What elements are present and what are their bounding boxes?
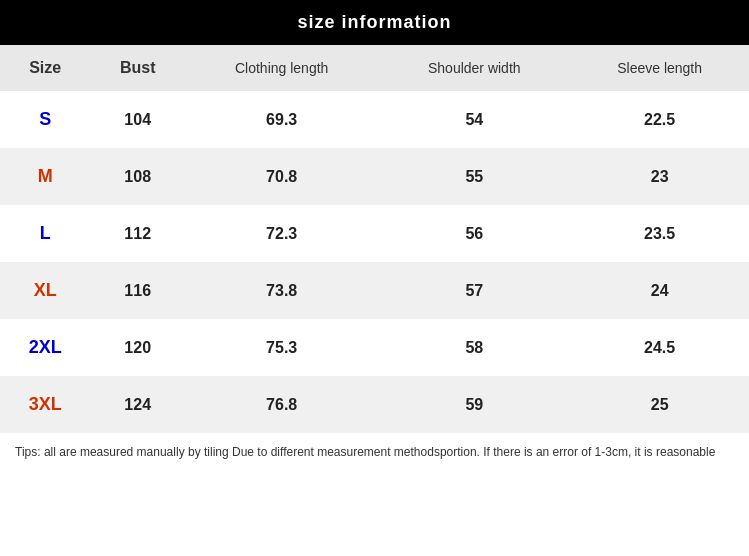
header-clothing-length: Clothing length bbox=[185, 45, 378, 91]
cell-bust: 104 bbox=[90, 91, 185, 148]
size-table: Size Bust Clothing length Shoulder width… bbox=[0, 45, 749, 433]
cell-bust: 116 bbox=[90, 262, 185, 319]
table-row: M10870.85523 bbox=[0, 148, 749, 205]
cell-sleeve-length: 22.5 bbox=[570, 91, 749, 148]
title-text: size information bbox=[297, 12, 451, 32]
cell-sleeve-length: 23 bbox=[570, 148, 749, 205]
cell-size: S bbox=[0, 91, 90, 148]
footer-tips: Tips: all are measured manually by tilin… bbox=[0, 433, 749, 471]
cell-size: M bbox=[0, 148, 90, 205]
table-header-row: Size Bust Clothing length Shoulder width… bbox=[0, 45, 749, 91]
cell-bust: 124 bbox=[90, 376, 185, 433]
cell-clothing-length: 70.8 bbox=[185, 148, 378, 205]
cell-size: 3XL bbox=[0, 376, 90, 433]
cell-shoulder-width: 56 bbox=[378, 205, 570, 262]
header-size: Size bbox=[0, 45, 90, 91]
title-bar: size information bbox=[0, 0, 749, 45]
table-row: 2XL12075.35824.5 bbox=[0, 319, 749, 376]
table-row: 3XL12476.85925 bbox=[0, 376, 749, 433]
table-row: L11272.35623.5 bbox=[0, 205, 749, 262]
size-label: M bbox=[38, 166, 53, 186]
cell-clothing-length: 72.3 bbox=[185, 205, 378, 262]
cell-shoulder-width: 59 bbox=[378, 376, 570, 433]
tips-text: Tips: all are measured manually by tilin… bbox=[15, 445, 715, 459]
header-bust: Bust bbox=[90, 45, 185, 91]
cell-bust: 120 bbox=[90, 319, 185, 376]
size-label: 2XL bbox=[29, 337, 62, 357]
cell-clothing-length: 75.3 bbox=[185, 319, 378, 376]
cell-sleeve-length: 24 bbox=[570, 262, 749, 319]
size-label: L bbox=[40, 223, 51, 243]
size-label: 3XL bbox=[29, 394, 62, 414]
main-container: size information Size Bust Clothing leng… bbox=[0, 0, 749, 471]
table-row: S10469.35422.5 bbox=[0, 91, 749, 148]
cell-shoulder-width: 54 bbox=[378, 91, 570, 148]
cell-bust: 112 bbox=[90, 205, 185, 262]
cell-sleeve-length: 24.5 bbox=[570, 319, 749, 376]
cell-shoulder-width: 55 bbox=[378, 148, 570, 205]
cell-size: L bbox=[0, 205, 90, 262]
cell-size: XL bbox=[0, 262, 90, 319]
cell-bust: 108 bbox=[90, 148, 185, 205]
cell-sleeve-length: 23.5 bbox=[570, 205, 749, 262]
cell-clothing-length: 69.3 bbox=[185, 91, 378, 148]
cell-size: 2XL bbox=[0, 319, 90, 376]
cell-shoulder-width: 57 bbox=[378, 262, 570, 319]
header-sleeve-length: Sleeve length bbox=[570, 45, 749, 91]
cell-shoulder-width: 58 bbox=[378, 319, 570, 376]
cell-clothing-length: 76.8 bbox=[185, 376, 378, 433]
cell-clothing-length: 73.8 bbox=[185, 262, 378, 319]
header-shoulder-width: Shoulder width bbox=[378, 45, 570, 91]
size-label: XL bbox=[34, 280, 57, 300]
size-label: S bbox=[39, 109, 51, 129]
cell-sleeve-length: 25 bbox=[570, 376, 749, 433]
table-row: XL11673.85724 bbox=[0, 262, 749, 319]
